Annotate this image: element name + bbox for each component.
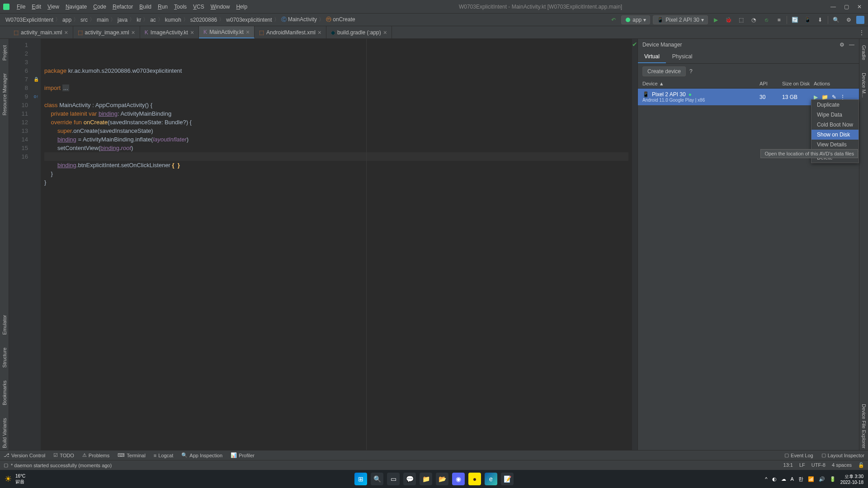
run-config-selector[interactable]: app ▾ [621,15,650,24]
weather-icon[interactable]: ☀ [5,474,12,484]
status-box-icon[interactable]: ▢ [4,462,8,468]
account-icon[interactable] [856,16,864,24]
tool-version-control[interactable]: ⎇ Version Control [4,452,45,458]
tool-profiler[interactable]: 📊 Profiler [231,452,255,458]
tab-close-icon[interactable]: × [132,29,135,36]
tray-lang-icon[interactable]: 한 [798,476,803,483]
menu-window[interactable]: Window [208,4,233,10]
tool-bookmarks[interactable]: Bookmarks [2,379,7,407]
breadcrumb-segment[interactable]: ac [148,17,158,23]
caret-position[interactable]: 13:1 [783,462,793,468]
menu-view[interactable]: View [44,4,62,10]
code-area[interactable]: package kr.ac.kumoh.s20200886.w0703expli… [41,39,632,450]
taskbar-app[interactable]: ● [468,473,481,485]
taskbar-app[interactable]: 💬 [403,473,416,485]
context-duplicate[interactable]: Duplicate [811,100,859,110]
breadcrumb-segment[interactable]: app [61,17,73,23]
tool-logcat[interactable]: ≡ Logcat [154,452,173,458]
menu-navigate[interactable]: Navigate [62,4,90,10]
context-wipe-data[interactable]: Wipe Data [811,110,859,120]
menu-code[interactable]: Code [90,4,109,10]
breadcrumb-segment[interactable]: main [95,17,110,23]
tool-device-file-explorer[interactable]: Device File Explorer [861,402,867,450]
tool-project[interactable]: Project [2,43,7,62]
avd-icon[interactable]: 📱 [802,15,812,25]
menu-edit[interactable]: Edit [28,4,44,10]
col-api[interactable]: API [760,81,782,86]
coverage-icon[interactable]: ⬚ [736,15,746,25]
tool-todo[interactable]: ☑ TODO [53,452,74,458]
minimize-icon[interactable]: — [830,4,836,10]
panel-hide-icon[interactable]: — [849,42,854,48]
col-size[interactable]: Size on Disk [782,81,814,86]
breadcrumb-segment[interactable]: ⓜ onCreate [324,16,357,23]
maximize-icon[interactable]: ▢ [844,4,849,10]
attach-icon[interactable]: ⎋ [761,15,771,25]
taskbar-app[interactable]: 📁 [420,473,432,485]
context-view-details[interactable]: View Details [811,140,859,150]
search-icon[interactable]: 🔍 [831,15,841,25]
weather-widget[interactable]: 16°C 맑음 [15,474,25,485]
close-icon[interactable]: ✕ [857,4,862,10]
editor[interactable]: 123678910111213141516 🔒o↑ package kr.ac.… [9,39,637,450]
tool-structure[interactable]: Structure [2,346,7,370]
editor-tab[interactable]: KImageActivity.kt× [140,26,199,38]
profile-icon[interactable]: ◔ [749,15,759,25]
system-clock[interactable]: 오후 3:30 2022-10-18 [840,474,863,485]
menu-build[interactable]: Build [136,4,155,10]
sdk-icon[interactable]: ⬇ [815,15,825,25]
breadcrumb-segment[interactable]: java [116,17,129,23]
tool-emulator[interactable]: Emulator [2,313,7,337]
tray-icon[interactable]: ◐ [772,476,777,482]
menu-help[interactable]: Help [233,4,250,10]
tool-event-log[interactable]: ▢ Event Log [784,452,813,458]
taskbar-app[interactable]: e [485,473,497,485]
tab-close-icon[interactable]: × [383,29,387,36]
tab-close-icon[interactable]: × [246,28,250,36]
menu-tools[interactable]: Tools [171,4,190,10]
create-device-button[interactable]: Create device [642,66,686,76]
editor-tab[interactable]: ⬚activity_main.xml× [9,26,73,38]
tray-battery-icon[interactable]: 🔋 [830,476,836,482]
breadcrumb-segment[interactable]: W0703ExplicitIntent [4,17,55,23]
breadcrumb-segment[interactable]: kumoh [163,17,183,23]
indent-info[interactable]: 4 spaces [832,462,852,468]
tool-gradle[interactable]: Gradle [861,43,867,62]
debug-icon[interactable]: 🐞 [723,15,733,25]
breadcrumb-segment[interactable]: src [79,17,90,23]
menu-file[interactable]: File [14,4,28,10]
context-cold-boot-now[interactable]: Cold Boot Now [811,120,859,130]
start-icon[interactable]: ⊞ [354,473,367,485]
breadcrumb-segment[interactable]: kr [135,17,143,23]
tab-menu-icon[interactable]: ⋮ [855,26,868,38]
tab-close-icon[interactable]: × [64,29,68,36]
file-encoding[interactable]: UTF-8 [811,462,826,468]
menu-vcs[interactable]: VCS [190,4,208,10]
tool-app-inspection[interactable]: 🔍 App Inspection [181,452,222,458]
menu-refactor[interactable]: Refactor [109,4,136,10]
taskbar-app[interactable]: ◉ [452,473,465,485]
task-view-icon[interactable]: ▭ [387,473,400,485]
tool-problems[interactable]: ⚠ Problems [82,452,109,458]
taskbar-app[interactable]: 📝 [501,473,514,485]
stop-icon[interactable]: ■ [774,15,784,25]
back-icon[interactable]: ↶ [609,15,618,25]
tool-device-manager[interactable]: Device M... [861,71,867,99]
tool-terminal[interactable]: ⌨ Terminal [118,452,146,458]
task-search-icon[interactable]: 🔍 [371,473,383,485]
editor-tab[interactable]: ◆build.gradle (:app)× [326,26,392,38]
readonly-icon[interactable]: 🔓 [858,462,864,468]
breadcrumb-segment[interactable]: w0703explicitintent [224,17,274,23]
device-selector[interactable]: 📱 Pixel 2 API 30 ▾ [653,15,708,24]
tray-volume-icon[interactable]: 🔊 [819,476,825,482]
editor-tab[interactable]: ⬚activity_image.xml× [73,26,140,38]
taskbar-app[interactable]: 📂 [436,473,448,485]
breadcrumb-segment[interactable]: Ⓒ MainActivity [279,16,319,23]
tray-chevron-icon[interactable]: ^ [765,476,767,482]
tool-build-variants[interactable]: Build Variants [2,416,7,450]
sync-icon[interactable]: 🔄 [790,15,800,25]
tray-ime-icon[interactable]: A [791,476,794,482]
breadcrumb-segment[interactable]: s20200886 [189,17,219,23]
help-icon[interactable]: ? [689,68,693,75]
col-device[interactable]: Device ▲ [642,81,760,86]
